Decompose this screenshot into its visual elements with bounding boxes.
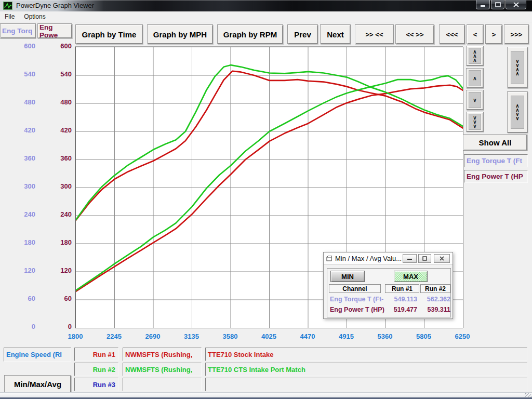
window-title: PowerDyne Graph Viewer (16, 2, 94, 9)
minmax-channel-eng-power-t-hp: Eng Power T (HP) (330, 306, 384, 313)
menu-item-file[interactable]: File (0, 12, 19, 21)
minmax-window-title: Min / Max / Avg Valu... (335, 255, 402, 262)
torque-axis-tick-180: 180 (9, 238, 35, 246)
rpm-axis-tick-1800: 1800 (59, 332, 92, 340)
minmax-window-icon (326, 256, 333, 261)
graph-by-mph-button[interactable]: Graph by MPH (147, 24, 213, 44)
rpm-axis-tick-2245: 2245 (98, 332, 131, 340)
powerdyne-window: PowerDyne Graph Viewer FileOptions Eng T… (0, 0, 532, 399)
run-3-description-box[interactable] (205, 378, 527, 391)
power-axis-tick-420: 420 (46, 126, 72, 134)
power-axis-tick-180: 180 (46, 238, 72, 246)
power-axis-tick-600: 600 (46, 42, 72, 50)
graph-by-time-button[interactable]: Graph by Time (75, 24, 143, 44)
scroll-up-fast-button[interactable]: ∧∧∧ (466, 46, 484, 66)
power-axis-tick-60: 60 (46, 295, 72, 302)
power-axis-tick-300: 300 (46, 182, 72, 190)
torque-axis-tick-300: 300 (9, 182, 35, 190)
torque-axis-tick-120: 120 (9, 267, 35, 274)
rpm-axis-tick-5360: 5360 (368, 332, 402, 340)
close-button[interactable] (506, 0, 526, 9)
min-button[interactable]: MIN (330, 271, 365, 282)
minmax-column-header-channel[interactable]: Channel (329, 284, 381, 293)
rpm-axis-tick-6250: 6250 (446, 332, 479, 340)
scroll-down-fast-button[interactable]: ∨∨∨ (466, 112, 484, 132)
torque-axis-tick-360: 360 (9, 154, 35, 162)
run-1-description-box[interactable]: TTE710 Stock Intake (205, 348, 527, 361)
power-axis-tick-360: 360 (46, 154, 72, 162)
menu-item-options[interactable]: Options (19, 12, 50, 21)
expand-scale-button[interactable]: ∧∧∨∨ (507, 91, 528, 133)
glyph-button[interactable]: < (467, 24, 484, 44)
title-bar: PowerDyne Graph Viewer (0, 0, 532, 11)
collapse-scale-button-icon: ∨∨∧∧ (511, 51, 524, 84)
glyph-button[interactable]: >> << (355, 24, 394, 44)
minmax-column-header-run-2[interactable]: Run #2 (420, 284, 450, 293)
min-max-avg-button[interactable]: Min/Max/Avg (4, 375, 71, 393)
power-axis-tick-540: 540 (46, 70, 72, 78)
power-axis-tick-0: 0 (46, 323, 72, 330)
prev-button[interactable]: Prev (287, 24, 318, 44)
minmax-channel-eng-torque-t-ft: Eng Torque T (Ft- (330, 296, 383, 303)
scroll-up-fast-button-icon: ∧∧∧ (469, 48, 481, 64)
power-axis-tick-480: 480 (46, 98, 72, 106)
minmax-run2-value-2: 539.311 (420, 306, 450, 313)
maximize-button[interactable] (491, 0, 504, 9)
app-icon (3, 2, 12, 10)
glyph-button[interactable]: > (485, 24, 502, 44)
glyph-button[interactable]: >>> (504, 24, 529, 44)
menu-bar: FileOptions (0, 11, 532, 22)
power-axis-tick-120: 120 (46, 267, 72, 274)
scroll-up-button-icon: ∧ (469, 70, 481, 86)
window-controls (476, 0, 527, 9)
glyph-button[interactable]: << >> (395, 24, 434, 44)
run-label-3[interactable]: Run #3 (74, 378, 118, 391)
rpm-axis-tick-5805: 5805 (407, 332, 441, 340)
next-button[interactable]: Next (320, 24, 351, 44)
channel-axis-button-eng-powe[interactable]: Eng Powe (37, 23, 72, 38)
minmax-titlebar[interactable]: Min / Max / Avg Valu... (324, 252, 453, 265)
torque-channel-label[interactable]: Eng Torque T (Ft (464, 154, 528, 167)
minimize-button[interactable] (476, 0, 490, 9)
torque-axis-tick-480: 480 (9, 98, 35, 106)
run-label-2[interactable]: Run #2 (74, 363, 118, 376)
torque-axis-tick-0: 0 (9, 323, 35, 330)
minmax-run2-value-1: 562.362 (420, 296, 450, 303)
resize-grip-icon[interactable] (525, 393, 531, 397)
run-label-1[interactable]: Run #1 (74, 348, 118, 361)
rpm-axis-tick-2690: 2690 (136, 332, 169, 340)
run-2-operator-box[interactable]: NWMSFTS (Rushing, (123, 363, 202, 376)
scroll-down-fast-button-icon: ∨∨∨ (469, 114, 481, 130)
glyph-button[interactable]: <<< (439, 24, 465, 44)
power-channel-label[interactable]: Eng Power T (HP (464, 170, 528, 183)
rpm-axis-tick-3135: 3135 (175, 332, 208, 340)
power-channel-text: Eng Power T (HP (467, 172, 523, 180)
minmax-column-header-run-1[interactable]: Run #1 (385, 284, 419, 293)
torque-axis-tick-420: 420 (9, 126, 35, 134)
x-axis-channel-button[interactable]: Engine Speed (RI (4, 348, 71, 362)
torque-axis-tick-60: 60 (9, 295, 35, 302)
expand-scale-button-icon: ∧∧∨∨ (511, 96, 524, 129)
minmax-close-button[interactable] (434, 254, 450, 263)
torque-axis-tick-600: 600 (9, 42, 35, 50)
show-all-button[interactable]: Show All (463, 134, 527, 151)
torque-axis-tick-540: 540 (9, 70, 35, 78)
minmax-window: Min / Max / Avg Valu... MIN MAX ChannelR… (323, 252, 453, 319)
run-1-operator-box[interactable]: NWMSFTS (Rushing, (123, 348, 202, 361)
minmax-restore-button[interactable] (418, 254, 431, 263)
minmax-minimize-button[interactable] (403, 254, 417, 263)
run-3-operator-box[interactable] (123, 378, 202, 391)
scroll-up-button[interactable]: ∧ (466, 68, 484, 88)
minmax-run1-value-2: 519.477 (385, 306, 417, 313)
max-button[interactable]: MAX (394, 271, 428, 282)
collapse-scale-button[interactable]: ∨∨∧∧ (507, 47, 528, 88)
channel-axis-button-eng-torq[interactable]: Eng Torq (0, 23, 36, 38)
power-axis-tick-240: 240 (46, 210, 72, 218)
rpm-axis-tick-3580: 3580 (214, 332, 247, 340)
run-2-description-box[interactable]: TTE710 CTS Intake Port Match (205, 363, 527, 376)
scroll-down-button-icon: ∨ (469, 92, 481, 108)
minmax-run1-value-1: 549.113 (385, 296, 417, 303)
graph-by-rpm-button[interactable]: Graph by RPM (217, 24, 283, 44)
rpm-axis-tick-4025: 4025 (252, 332, 286, 340)
scroll-down-button[interactable]: ∨ (466, 90, 484, 110)
